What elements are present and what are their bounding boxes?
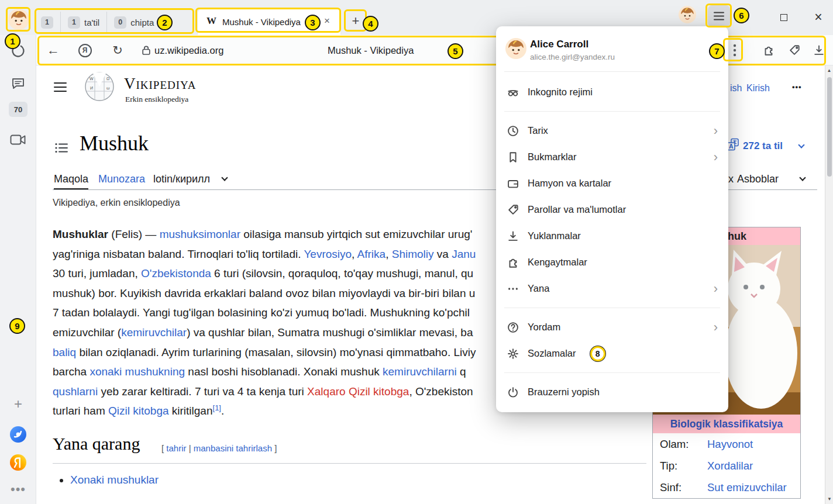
menu-item-label: Bukmarklar bbox=[528, 151, 576, 163]
tab-group-chip[interactable]: 0chipta bbox=[106, 12, 154, 33]
tools-menu[interactable]: Asboblar bbox=[737, 173, 779, 185]
callout-badge-8: 8 bbox=[590, 346, 605, 361]
tools-chevron-icon[interactable] bbox=[799, 174, 806, 181]
menu-item-close-browser[interactable]: Brauzerni yopish bbox=[496, 379, 728, 405]
wikipedia-logo[interactable]: WΩИω bbox=[84, 71, 115, 102]
url-text[interactable]: uz.wikipedia.org bbox=[154, 35, 223, 65]
menu-item-label: Kengaytmalar bbox=[528, 257, 587, 268]
wiki-link[interactable]: mushuksimonlar bbox=[160, 228, 240, 240]
wiki-link[interactable]: Yevrosiyo bbox=[304, 248, 352, 260]
wiki-link[interactable]: Qizil kitobga bbox=[108, 405, 169, 417]
profile-avatar[interactable] bbox=[8, 9, 29, 30]
video-call-icon[interactable] bbox=[0, 130, 36, 150]
kebab-menu-button[interactable] bbox=[728, 35, 742, 65]
menu-item-downloads[interactable]: Yuklanmalar bbox=[496, 223, 728, 249]
yandex-logo[interactable] bbox=[0, 453, 36, 472]
back-button[interactable]: ← bbox=[44, 35, 62, 65]
tag-icon bbox=[788, 44, 801, 57]
menu-item-wallet[interactable]: Hamyon va kartalar bbox=[496, 170, 728, 196]
menu-item-passwords[interactable]: Parollar va ma'lumotlar bbox=[496, 196, 728, 223]
wiki-link[interactable]: qushlarni bbox=[53, 385, 98, 398]
text: 7 tadan bolalaydi. Yangi tug'ilgan bolas… bbox=[53, 306, 470, 319]
window-close-button[interactable]: × bbox=[810, 8, 827, 26]
svg-text:ω: ω bbox=[106, 86, 110, 90]
wiki-link[interactable]: baliq bbox=[53, 346, 76, 358]
see-also-link[interactable]: Xonaki mushuklar bbox=[70, 474, 159, 486]
login-link[interactable]: Kirish bbox=[746, 83, 770, 94]
edit-source-link[interactable]: manbasini tahrirlash bbox=[194, 443, 272, 453]
menu-item-incognito[interactable]: Inkognito rejimi bbox=[496, 79, 728, 105]
wiki-hamburger-icon[interactable] bbox=[54, 82, 67, 92]
languages-button[interactable]: 272 ta til bbox=[743, 140, 783, 152]
text: yeb zarar keltiradi. 7 turi va 4 ta kenj… bbox=[98, 385, 307, 398]
wiki-link[interactable]: kemiruvchilarni bbox=[383, 365, 457, 378]
chevron-right-icon: › bbox=[714, 282, 718, 295]
browser-logo[interactable] bbox=[0, 424, 36, 444]
extensions-button[interactable] bbox=[760, 35, 777, 65]
download-icon bbox=[507, 230, 519, 243]
tab-close-icon[interactable]: × bbox=[324, 15, 330, 27]
edit-link[interactable]: tahrir bbox=[166, 443, 186, 453]
menu-item-extensions[interactable]: Kengaytmalar bbox=[496, 249, 728, 275]
wiki-link[interactable]: kemiruvchilar bbox=[121, 326, 187, 339]
tab-group-chip[interactable]: 1 bbox=[41, 12, 53, 33]
menu-item-history[interactable]: Tarix› bbox=[496, 118, 728, 144]
sidebar-more-icon[interactable]: ••• bbox=[0, 481, 36, 498]
new-tab-button[interactable]: + bbox=[346, 12, 365, 30]
tab-article[interactable]: Maqola bbox=[54, 173, 88, 190]
toc-icon[interactable] bbox=[55, 143, 68, 153]
tab-group-chip[interactable]: 1ta'til bbox=[60, 12, 99, 33]
infobox-row: Olam:Hayvonot bbox=[653, 433, 800, 455]
menu-profile-header[interactable]: Alice Carroll alice.the.girl@yandex.ru bbox=[496, 26, 728, 71]
passwords-toolbar-button[interactable] bbox=[786, 35, 803, 65]
variant-chevron-icon[interactable] bbox=[221, 174, 228, 181]
wiki-wordmark[interactable]: Vikipediya bbox=[124, 75, 196, 93]
signup-link-fragment[interactable]: ish bbox=[730, 83, 742, 94]
svg-text:И: И bbox=[90, 86, 93, 90]
scrollbar-thumb[interactable] bbox=[827, 77, 832, 177]
wiki-link[interactable]: Afrika bbox=[357, 248, 386, 260]
reference-link[interactable]: [1] bbox=[213, 403, 221, 412]
downloads-toolbar-button[interactable] bbox=[811, 35, 827, 65]
window-maximize-button[interactable] bbox=[776, 9, 792, 26]
infobox-classification-header: Biologik klassifikatsiya bbox=[653, 415, 800, 433]
wiki-link[interactable]: Janu bbox=[452, 248, 476, 260]
wiki-more-menu-icon[interactable]: ••• bbox=[792, 82, 802, 91]
menu-item-help[interactable]: Yordam› bbox=[496, 314, 728, 340]
wiki-link[interactable]: Shimoliy bbox=[392, 248, 434, 260]
text: oilasiga mansub yirtqich sut emizuvchila… bbox=[240, 228, 472, 240]
browser-menu-button[interactable] bbox=[708, 5, 730, 27]
chat-icon[interactable] bbox=[0, 74, 36, 94]
profile-avatar-small[interactable] bbox=[679, 6, 696, 23]
infobox-value-link[interactable]: Hayvonot bbox=[707, 438, 753, 451]
menu-item-label: Hamyon va kartalar bbox=[528, 178, 611, 189]
scroll-down-icon[interactable]: ▼ bbox=[825, 495, 833, 503]
wiki-link[interactable]: xonaki mushukning bbox=[90, 365, 185, 378]
wiki-link[interactable]: O'zbekistonda bbox=[141, 267, 211, 279]
browser-sidebar: 70 + ••• bbox=[0, 35, 36, 504]
weather-badge[interactable]: 70 bbox=[0, 101, 36, 118]
yandex-button[interactable]: Я bbox=[76, 35, 94, 65]
wiki-redlink[interactable]: Xalqaro Qizil kitobga bbox=[307, 385, 409, 398]
menu-item-label: Brauzerni yopish bbox=[528, 386, 600, 398]
languages-chevron-icon[interactable] bbox=[798, 141, 804, 148]
page-scrollbar[interactable]: ▲ ▼ bbox=[825, 65, 833, 504]
article-title: Mushuk bbox=[80, 131, 149, 156]
menu-item-bookmarks[interactable]: Bukmarklar› bbox=[496, 144, 728, 170]
menu-item-settings[interactable]: Sozlamalar8 bbox=[496, 340, 728, 367]
wallet-icon bbox=[507, 177, 519, 190]
lock-icon[interactable] bbox=[140, 35, 152, 65]
variant-selector[interactable]: lotin/кирилл bbox=[153, 173, 210, 185]
add-panel-button[interactable]: + bbox=[0, 394, 36, 414]
infobox-value-link[interactable]: Xordalilar bbox=[707, 460, 753, 472]
callout-badge-6: 6 bbox=[734, 8, 749, 23]
scroll-up-icon[interactable]: ▲ bbox=[825, 65, 833, 75]
menu-item-more[interactable]: Yana› bbox=[496, 275, 728, 302]
reload-button[interactable]: ↻ bbox=[109, 35, 126, 65]
infobox-row: Sinf:Sut emizuvchilar bbox=[653, 477, 800, 498]
tag-icon bbox=[507, 203, 519, 216]
tab-talk[interactable]: Munozara bbox=[98, 173, 145, 185]
yandex-icon: Я bbox=[78, 44, 92, 57]
infobox-value-link[interactable]: Sut emizuvchilar bbox=[707, 481, 787, 494]
chevron-right-icon: › bbox=[714, 151, 718, 164]
